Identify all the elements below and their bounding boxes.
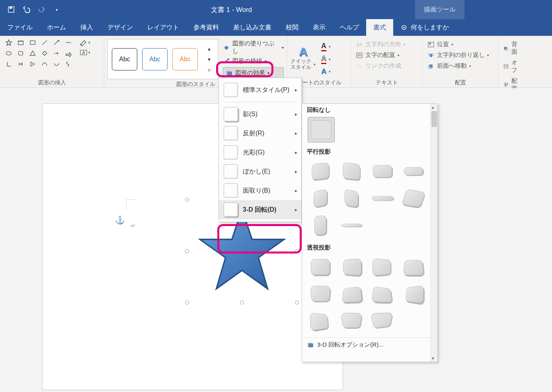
rot-preset[interactable] (401, 256, 426, 278)
resize-handle[interactable] (185, 249, 189, 253)
highlight-3d-rotation (217, 224, 302, 254)
shape-fill-button[interactable]: 図形の塗りつぶし ▾ (223, 40, 284, 55)
rot-preset[interactable] (308, 283, 333, 305)
rot-preset[interactable] (401, 283, 426, 305)
gallery-up-icon[interactable]: ▴ (204, 43, 214, 53)
fx-preset[interactable]: 標準スタイル(P) (219, 80, 301, 99)
text-outline-icon[interactable]: A▾ (320, 54, 332, 65)
tell-me-label: 何をしますか (411, 23, 449, 32)
svg-point-10 (6, 51, 12, 55)
contextual-tool-tab: 描画ツール (415, 0, 464, 19)
edit-shape-icon[interactable]: ▾ (78, 37, 92, 47)
group-label-text: テキスト (354, 78, 419, 87)
tab-layout[interactable]: レイアウト (140, 19, 186, 36)
resize-handle[interactable] (185, 198, 189, 202)
rot-preset[interactable] (370, 283, 395, 305)
fx-reflection[interactable]: 反射(R) (219, 124, 301, 143)
svg-rect-29 (429, 64, 433, 68)
rot-section-none: 回転なし (302, 104, 430, 116)
position-button[interactable]: 位置 ▾ (426, 40, 491, 49)
redo-icon[interactable] (37, 6, 45, 14)
selection-pane-button[interactable]: オフ (501, 58, 523, 75)
fx-3d-rotation[interactable]: 3-D 回転(D) (219, 200, 301, 219)
svg-text:||A: ||A (357, 42, 362, 47)
svg-rect-40 (309, 344, 313, 347)
rot-preset[interactable] (308, 256, 333, 278)
rot-preset[interactable] (308, 215, 333, 236)
rot-preset[interactable] (339, 160, 364, 182)
rot-preset[interactable] (339, 187, 364, 209)
style-item[interactable]: Abc (112, 48, 137, 70)
rot-preset[interactable] (308, 310, 333, 332)
rot-preset[interactable] (339, 256, 364, 278)
tab-review[interactable]: 校閲 (279, 19, 306, 36)
text-fill-icon[interactable]: A▾ (320, 41, 332, 52)
style-item[interactable]: Abc (142, 48, 168, 70)
svg-rect-6 (30, 41, 35, 44)
fx-bevel[interactable]: 面取り(B) (219, 181, 301, 200)
rot-preset[interactable] (401, 160, 426, 182)
svg-rect-11 (19, 51, 23, 55)
svg-rect-5 (18, 41, 23, 45)
qat-more-icon[interactable]: ▾ (53, 6, 60, 14)
send-backward-button[interactable]: 背面 (501, 40, 523, 57)
create-link-button[interactable]: リンクの作成 (354, 61, 407, 70)
group-label-insert-shapes: 図形の挿入 (3, 78, 101, 87)
tab-references[interactable]: 参考資料 (186, 19, 226, 36)
tab-home[interactable]: ホーム (40, 19, 73, 36)
text-align-button[interactable]: 文字の配置 ▾ (354, 51, 407, 60)
wrap-text-button[interactable]: 文字列の折り返し ▾ (426, 51, 491, 60)
save-icon[interactable] (7, 6, 15, 14)
rot-section-perspective: 透視投影 (302, 242, 430, 254)
resize-handle[interactable] (295, 300, 299, 304)
svg-rect-23 (429, 43, 431, 45)
ribbon-tabs: ファイル ホーム 挿入 デザイン レイアウト 参考資料 差し込み文書 校閲 表示… (0, 19, 552, 36)
rot-preset[interactable] (370, 256, 395, 278)
rot-preset[interactable] (339, 310, 364, 332)
fx-soft-edges[interactable]: ぼかし(E) (219, 162, 301, 181)
group-arrange-right: 背面 オフ 配置 (498, 36, 526, 87)
rot-preset-none[interactable] (308, 117, 335, 142)
svg-point-12 (80, 44, 82, 45)
undo-icon[interactable] (22, 6, 30, 14)
rot-preset[interactable] (308, 160, 333, 182)
group-label-arrange: 配置 (426, 78, 495, 87)
scrollbar[interactable] (430, 104, 437, 362)
tab-view[interactable]: 表示 (306, 19, 333, 36)
tell-me-search[interactable]: 何をしますか (393, 19, 456, 36)
svg-line-7 (42, 40, 47, 45)
shape-style-gallery[interactable]: Abc Abc Abc ▴ ▾ ▿ (107, 39, 218, 79)
gallery-down-icon[interactable]: ▾ (204, 54, 214, 64)
tab-help[interactable]: ヘルプ (333, 19, 366, 36)
tab-mailings[interactable]: 差し込み文書 (226, 19, 279, 36)
text-box-icon[interactable]: A▾ (78, 47, 92, 57)
rot-preset[interactable] (339, 283, 364, 305)
bring-forward-button[interactable]: 前面へ移動 ▾ (426, 61, 491, 70)
rot-preset[interactable] (308, 187, 333, 209)
rot-preset[interactable] (401, 187, 426, 209)
fx-glow[interactable]: 光彩(G) (219, 143, 301, 162)
style-item[interactable]: Abc (172, 48, 198, 70)
text-direction-button[interactable]: ||A文字列の方向 ▾ (354, 40, 407, 49)
rot-preset[interactable] (370, 187, 395, 209)
tab-insert[interactable]: 挿入 (73, 19, 100, 36)
quick-styles-button[interactable]: クイック スタイル▾ (291, 59, 316, 70)
rot-preset[interactable] (370, 160, 395, 182)
group-text: ||A文字列の方向 ▾ 文字の配置 ▾ リンクの作成 テキスト (351, 36, 423, 87)
shapes-gallery[interactable] (3, 37, 74, 69)
fx-shadow[interactable]: 影(S) (219, 105, 301, 124)
quick-styles-icon[interactable]: A (291, 45, 316, 59)
svg-rect-37 (507, 84, 508, 86)
rot-preset[interactable] (370, 310, 395, 332)
scrollbar-thumb[interactable] (431, 111, 437, 127)
rot-options-row[interactable]: 3-D 回転オプション(R)... (302, 337, 430, 352)
rot-preset[interactable] (339, 215, 364, 236)
resize-handle[interactable] (185, 300, 189, 304)
tab-format[interactable]: 書式 (366, 19, 393, 36)
anchor-icon: ⚓ (115, 215, 125, 225)
tab-file[interactable]: ファイル (0, 19, 40, 36)
text-effects-icon[interactable]: A▾ (320, 66, 332, 76)
gallery-more-icon[interactable]: ▿ (204, 65, 214, 75)
resize-handle[interactable] (240, 300, 244, 304)
tab-design[interactable]: デザイン (100, 19, 140, 36)
